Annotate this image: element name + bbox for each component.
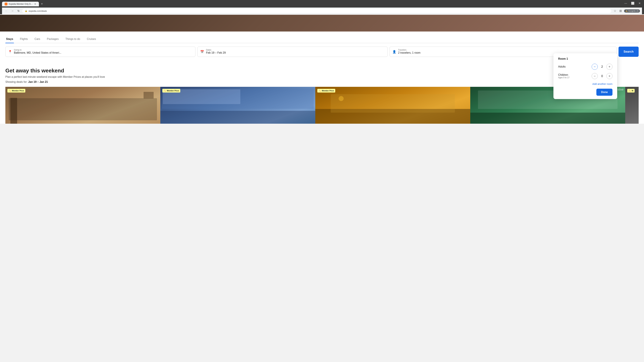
- travelers-content: Travelers 2 travelers, 1 room: [398, 49, 420, 55]
- calendar-icon: 📅: [200, 50, 204, 54]
- destination-content: Going to Baltimore, MD, United States of…: [14, 49, 62, 55]
- hotel-cards: 🏷️ Member Price 🏷️ Member Price: [5, 87, 639, 124]
- window-controls: — ⬜ ✕: [623, 1, 642, 5]
- travelers-label: Travelers: [398, 49, 420, 51]
- destination-field[interactable]: 📍 Going to Baltimore, MD, United States …: [5, 46, 196, 57]
- children-decrement-button[interactable]: −: [592, 73, 598, 79]
- member-price-badge-5: 🏷️ M: [627, 89, 634, 92]
- tab-title: Expedia Member Only Deals | 2: [9, 3, 33, 5]
- search-button[interactable]: Search: [618, 46, 639, 57]
- badge-label-1: Member Price: [12, 90, 24, 92]
- popup-footer: Done: [558, 89, 612, 96]
- extensions-button[interactable]: ⊞: [618, 8, 623, 13]
- tab-flights[interactable]: Flights: [19, 35, 28, 43]
- children-count: 0: [600, 74, 604, 78]
- member-price-badge-2: 🏷️ Member Price: [162, 89, 180, 92]
- page-title: Get away this weekend: [5, 67, 639, 74]
- reload-button[interactable]: ↻: [16, 8, 21, 13]
- travelers-value: 2 travelers, 1 room: [398, 51, 420, 55]
- search-tabs: Stays Flights Cars Packages Things to do…: [5, 35, 639, 43]
- tab-things-to-do[interactable]: Things to do: [65, 35, 81, 43]
- adults-label-group: Adults: [558, 65, 566, 68]
- hotel-card-5[interactable]: 🏷️ M: [625, 87, 639, 124]
- hotel-card-3[interactable]: 🏷️ Member Price: [315, 87, 470, 124]
- bookmark-button[interactable]: ☆: [613, 8, 617, 13]
- room-title: Room 1: [558, 57, 612, 60]
- location-icon: 📍: [8, 50, 12, 54]
- page-content: Stays Flights Cars Packages Things to do…: [0, 15, 644, 124]
- dates-field[interactable]: 📅 Dates Feb 19 – Feb 29: [198, 46, 388, 57]
- children-label-group: Children Ages 0 to 17: [558, 73, 569, 79]
- nav-actions: ☆ ⊞ 🕵 Incognito (2): [613, 8, 640, 13]
- close-button[interactable]: ✕: [637, 1, 642, 5]
- lock-icon: 🔒: [25, 10, 27, 12]
- showing-deals-dates: Jan 19 – Jan 21: [28, 80, 48, 83]
- dates-content: Dates Feb 19 – Feb 29: [206, 49, 226, 55]
- incognito-label: Incognito (2): [628, 10, 639, 12]
- showing-deals-prefix: Showing deals for:: [5, 80, 28, 83]
- forward-button[interactable]: →: [10, 8, 15, 13]
- add-another-room-link[interactable]: Add another room: [558, 82, 612, 85]
- main-content: Get away this weekend Plan a perfect las…: [0, 62, 644, 124]
- destination-value: Baltimore, MD, United States of Ameri...: [14, 51, 62, 55]
- children-label: Children: [558, 73, 569, 76]
- new-tab-button[interactable]: +: [40, 1, 44, 6]
- badge-icon-3: 🏷️: [319, 89, 321, 92]
- showing-deals-text: Showing deals for: Jan 19 – Jan 21: [5, 80, 639, 83]
- tab-close-button[interactable]: ✕: [34, 3, 36, 5]
- hero-image: [0, 15, 644, 31]
- hotel-image-2: [160, 87, 315, 124]
- adults-row: Adults − 2 +: [558, 64, 612, 70]
- badge-label-3: Member Price: [322, 90, 334, 92]
- tab-packages[interactable]: Packages: [46, 35, 59, 43]
- search-widget: Stays Flights Cars Packages Things to do…: [0, 31, 644, 62]
- done-button[interactable]: Done: [596, 89, 612, 96]
- tab-cruises[interactable]: Cruises: [86, 35, 96, 43]
- tab-favicon: E: [5, 3, 8, 5]
- adults-stepper: − 2 +: [592, 64, 612, 70]
- dates-value: Feb 19 – Feb 29: [206, 51, 226, 55]
- url-text: expedia.com/deals: [29, 10, 47, 12]
- children-sublabel: Ages 0 to 17: [558, 76, 569, 79]
- address-bar[interactable]: 🔒 expedia.com/deals: [22, 9, 611, 13]
- children-increment-button[interactable]: +: [606, 73, 612, 79]
- children-row: Children Ages 0 to 17 − 0 +: [558, 73, 612, 79]
- badge-label-5: M: [632, 90, 633, 92]
- hotel-image-3: [315, 87, 470, 124]
- destination-label: Going to: [14, 49, 62, 51]
- adults-decrement-button[interactable]: −: [592, 64, 598, 70]
- search-fields: 📍 Going to Baltimore, MD, United States …: [5, 46, 639, 57]
- tab-stays[interactable]: Stays: [5, 35, 14, 43]
- incognito-icon: 🕵: [626, 10, 628, 12]
- dates-label: Dates: [206, 49, 226, 51]
- badge-icon-2: 🏷️: [164, 89, 166, 92]
- back-button[interactable]: ←: [4, 8, 9, 13]
- adults-label: Adults: [558, 65, 566, 68]
- browser-tabs: E Expedia Member Only Deals | 2 ✕ + — ⬜ …: [2, 1, 642, 6]
- page-description: Plan a perfect last-minute weekend escap…: [5, 75, 639, 78]
- incognito-badge: 🕵 Incognito (2): [624, 9, 640, 12]
- member-price-badge-3: 🏷️ Member Price: [317, 89, 335, 92]
- member-price-badge-1: 🏷️ Member Price: [8, 89, 25, 92]
- minimize-button[interactable]: —: [623, 1, 628, 5]
- hotel-card-1[interactable]: 🏷️ Member Price: [5, 87, 160, 124]
- badge-label-2: Member Price: [167, 90, 179, 92]
- badge-icon-5: 🏷️: [628, 89, 631, 92]
- traveler-popup: Room 1 Adults − 2 + Children Ages 0 to 1…: [554, 53, 617, 99]
- badge-icon-1: 🏷️: [9, 89, 11, 92]
- children-stepper: − 0 +: [592, 73, 612, 79]
- adults-count: 2: [600, 65, 604, 68]
- browser-nav: ← → ↻ 🔒 expedia.com/deals ☆ ⊞ 🕵 Incognit…: [2, 7, 642, 14]
- maximize-button[interactable]: ⬜: [630, 1, 636, 5]
- tab-cars[interactable]: Cars: [34, 35, 41, 43]
- browser-chrome: E Expedia Member Only Deals | 2 ✕ + — ⬜ …: [0, 0, 644, 14]
- active-tab[interactable]: E Expedia Member Only Deals | 2 ✕: [2, 2, 39, 6]
- adults-increment-button[interactable]: +: [606, 64, 612, 70]
- person-icon: 👤: [392, 50, 396, 54]
- hotel-card-2[interactable]: 🏷️ Member Price: [160, 87, 315, 124]
- hotel-image-1: [5, 87, 160, 124]
